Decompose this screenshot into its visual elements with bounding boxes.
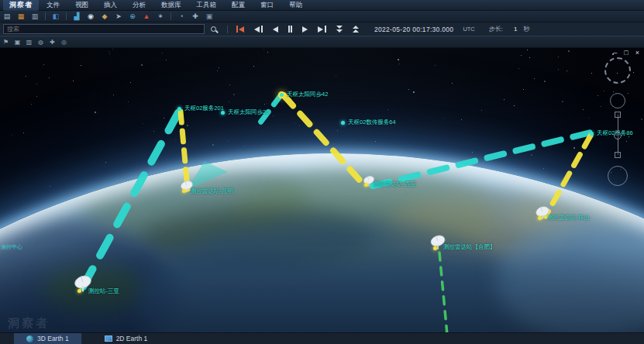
satellite-label: 天枢02服务201 — [184, 105, 224, 112]
tab-label: 2D Earth 1 — [116, 335, 148, 342]
ground-station[interactable]: 测控雷达站【合肥】 — [428, 234, 448, 251]
menu-toolbox[interactable]: 工具箱 — [189, 1, 225, 10]
application-window: 洞察者 文件 视图 插入 分析 数据库 工具箱 配置 窗口 帮助 ▤ ▦ ▥ ◧… — [0, 0, 644, 344]
stats-icon[interactable]: ▥ — [23, 36, 35, 48]
step-forward-button[interactable] — [313, 22, 332, 36]
globe-icon[interactable]: ◍ — [35, 36, 46, 48]
satellite-icon — [590, 132, 594, 136]
menu-help[interactable]: 帮助 — [281, 1, 310, 10]
step-back-button[interactable] — [250, 22, 268, 36]
float-window-icon[interactable]: □ — [624, 49, 628, 57]
fullscreen-icon[interactable]: ✚ — [188, 11, 202, 22]
compass-ring[interactable] — [604, 57, 631, 84]
ground-station[interactable]: 测控雷达站-鞍山 — [533, 205, 552, 221]
navigation-widget — [602, 57, 633, 186]
rocket-icon[interactable]: ▲ — [139, 11, 153, 22]
station-pin-icon — [433, 246, 437, 250]
view-window-controls: – □ × — [613, 49, 639, 57]
tab-2d-earth[interactable]: 2D Earth 1 — [92, 333, 160, 344]
station-label: 测控站-三亚 — [88, 287, 119, 295]
satellite-icon — [177, 107, 181, 111]
pause-button[interactable] — [283, 22, 298, 36]
main-toolbar: ▤ ▦ ▥ ◧ ▟ ◉ ◆ ➤ ⊕ ▲ ✶ ◔ ✚ ▣ — [0, 11, 644, 22]
search-icon[interactable] — [211, 26, 216, 32]
speed-up-button[interactable] — [347, 22, 363, 36]
zoom-knob[interactable] — [614, 132, 622, 139]
speed-down-button[interactable] — [331, 22, 347, 36]
satellite-label: 天枢太阳同步42 — [287, 91, 328, 98]
camera-icon[interactable]: ▣ — [12, 36, 23, 48]
eye-icon[interactable]: ◉ — [84, 11, 98, 22]
ground-station[interactable]: 测控雷达站-昆明 — [178, 180, 195, 194]
toolbar-separator — [66, 12, 67, 20]
step-unit[interactable]: 秒 — [523, 25, 529, 33]
watermark: 洞察者 — [8, 316, 50, 331]
close-icon[interactable]: × — [635, 49, 639, 57]
menu-insert[interactable]: 插入 — [96, 1, 125, 10]
step-value[interactable]: 1 — [514, 26, 517, 33]
menu-window[interactable]: 窗口 — [253, 1, 281, 10]
view-tab-bar: 3D Earth 1 2D Earth 1 — [0, 332, 644, 344]
tab-label: 3D Earth 1 — [37, 335, 69, 342]
toolbar-separator — [170, 12, 171, 20]
expand-icon[interactable]: ✚ — [46, 36, 58, 48]
time-toolbar: 2022-05-20 00:17:30.000 UTC 步长: 1 秒 — [0, 22, 644, 36]
zoom-out-handle[interactable] — [615, 152, 621, 158]
satellite-marker[interactable]: 天枢02服务201 — [177, 105, 224, 112]
flag-icon[interactable]: ⚑ — [0, 36, 12, 48]
zoom-in-handle[interactable] — [615, 112, 621, 118]
satellite-icon — [221, 111, 225, 115]
satellite-marker[interactable]: 天枢02数传服务64 — [341, 119, 396, 126]
search-input[interactable] — [3, 24, 205, 34]
menu-bar: 洞察者 文件 视图 插入 分析 数据库 工具箱 配置 窗口 帮助 — [0, 0, 644, 11]
step-label: 步长: — [489, 25, 503, 33]
menu-config[interactable]: 配置 — [224, 1, 253, 10]
briefcase-icon[interactable]: ▦ — [14, 11, 28, 22]
marker-icon[interactable]: ◆ — [98, 11, 112, 22]
compass-icon[interactable]: ◎ — [58, 36, 70, 48]
timezone-label[interactable]: UTC — [463, 26, 474, 33]
ground-station[interactable]: 测控站-三亚 — [71, 274, 95, 294]
station-label: 测控雷达站【合肥】 — [443, 243, 496, 251]
pan-control[interactable] — [610, 93, 625, 108]
station-pin-icon — [364, 183, 368, 187]
station-label: 测控雷达站-西安 — [374, 181, 416, 188]
menu-file[interactable]: 文件 — [39, 1, 67, 10]
station-label: 测控雷达站-鞍山 — [547, 214, 590, 222]
station-pin-icon — [538, 216, 542, 220]
satellite-marker-selected[interactable]: 天枢太阳同步42 — [280, 91, 328, 98]
network-icon[interactable]: ✶ — [153, 11, 167, 22]
save-icon[interactable]: ▥ — [28, 11, 42, 22]
play-reverse-button[interactable] — [267, 22, 283, 36]
menu-view[interactable]: 视图 — [67, 1, 96, 10]
globe-time-icon[interactable]: ⊕ — [126, 11, 139, 22]
app-logo: 洞察者 — [3, 0, 39, 11]
satellite-icon — [280, 93, 284, 97]
package-icon[interactable]: ▣ — [202, 11, 216, 22]
station-pin-icon — [182, 189, 186, 193]
satellite-label: 天枢02数传服务64 — [348, 119, 396, 126]
satellite-marker[interactable]: 天枢太阳同步26 — [221, 108, 269, 116]
play-forward-button[interactable] — [298, 22, 313, 36]
chart-icon[interactable]: ▟ — [70, 11, 84, 22]
jump-start-button[interactable] — [231, 22, 250, 36]
globe-3d-icon — [26, 335, 33, 342]
satellite-label: 天枢太阳同步26 — [228, 108, 269, 116]
minimize-icon[interactable]: – — [613, 49, 617, 57]
zoom-slider[interactable] — [618, 115, 618, 155]
image-icon[interactable]: ▤ — [0, 11, 14, 22]
ground-station[interactable]: 测控雷达站-西安 — [361, 175, 377, 187]
send-icon[interactable]: ➤ — [112, 11, 126, 22]
earth-3d-viewport[interactable]: 天枢02服务201 天枢太阳同步26 天枢太阳同步42 天枢02数传服务64 天… — [0, 48, 644, 332]
menu-analysis[interactable]: 分析 — [125, 1, 153, 10]
tilt-control[interactable] — [608, 166, 628, 186]
toolbar-separator — [45, 12, 46, 20]
tab-3d-earth[interactable]: 3D Earth 1 — [14, 333, 81, 344]
refresh-icon[interactable]: ◔ — [174, 11, 188, 22]
station-label-partial: 测控中心 — [1, 243, 22, 251]
station-pin-icon — [77, 289, 81, 293]
map-2d-icon — [105, 335, 112, 342]
station-label: 测控雷达站-昆明 — [191, 187, 233, 195]
folder-icon[interactable]: ◧ — [49, 11, 63, 22]
menu-database[interactable]: 数据库 — [153, 1, 189, 10]
